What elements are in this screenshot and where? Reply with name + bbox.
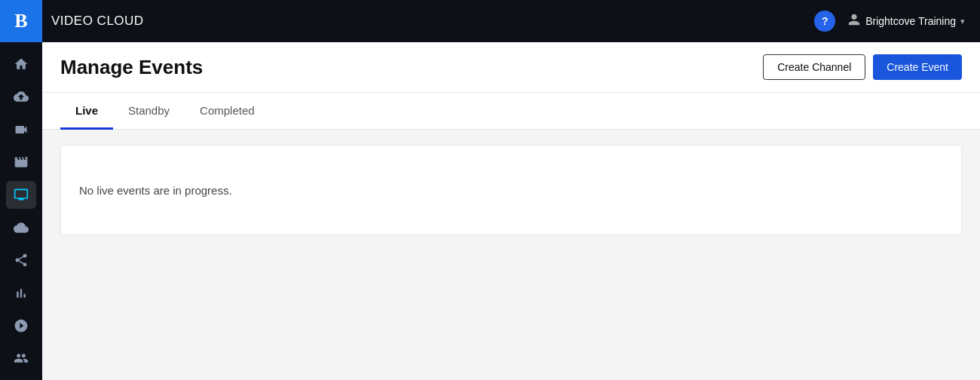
tab-completed[interactable]: Completed xyxy=(185,93,270,130)
sidebar-item-analytics[interactable] xyxy=(6,279,36,307)
create-channel-button[interactable]: Create Channel xyxy=(763,54,865,80)
content-body: No live events are in progress. xyxy=(42,130,980,380)
live-events-card: No live events are in progress. xyxy=(60,145,962,235)
user-icon xyxy=(847,13,861,30)
user-menu[interactable]: Brightcove Training ▾ xyxy=(847,13,965,30)
logo-letter: B xyxy=(14,10,27,32)
top-nav-right: ? Brightcove Training ▾ xyxy=(814,11,965,32)
sidebar-item-video[interactable] xyxy=(6,115,36,143)
sidebar xyxy=(0,42,42,380)
sidebar-item-film[interactable] xyxy=(6,148,36,176)
create-event-button[interactable]: Create Event xyxy=(873,54,962,80)
sidebar-item-cloud[interactable] xyxy=(6,213,36,241)
tab-live[interactable]: Live xyxy=(60,93,113,130)
tab-standby[interactable]: Standby xyxy=(113,93,185,130)
sidebar-item-users[interactable] xyxy=(6,345,36,372)
product-name: VIDEO CLOUD xyxy=(51,14,144,29)
sidebar-item-share[interactable] xyxy=(6,246,36,274)
sidebar-item-upload[interactable] xyxy=(6,82,36,110)
chevron-down-icon: ▾ xyxy=(960,17,965,26)
header-actions: Create Channel Create Event xyxy=(763,54,962,80)
sidebar-item-home[interactable] xyxy=(6,50,36,78)
main-layout: Manage Events Create Channel Create Even… xyxy=(0,42,980,380)
top-nav: B VIDEO CLOUD ? Brightcove Training ▾ xyxy=(0,0,980,42)
user-name: Brightcove Training xyxy=(865,15,956,27)
content-area: Manage Events Create Channel Create Even… xyxy=(42,42,980,380)
no-events-message: No live events are in progress. xyxy=(79,184,232,197)
top-nav-left: B VIDEO CLOUD xyxy=(0,0,144,42)
sidebar-item-player[interactable] xyxy=(6,311,36,339)
sidebar-item-live[interactable] xyxy=(6,181,36,209)
tabs-bar: Live Standby Completed xyxy=(42,93,980,130)
help-button[interactable]: ? xyxy=(814,11,835,32)
page-header: Manage Events Create Channel Create Even… xyxy=(42,42,980,93)
logo-box: B xyxy=(0,0,42,42)
page-title: Manage Events xyxy=(60,56,203,79)
